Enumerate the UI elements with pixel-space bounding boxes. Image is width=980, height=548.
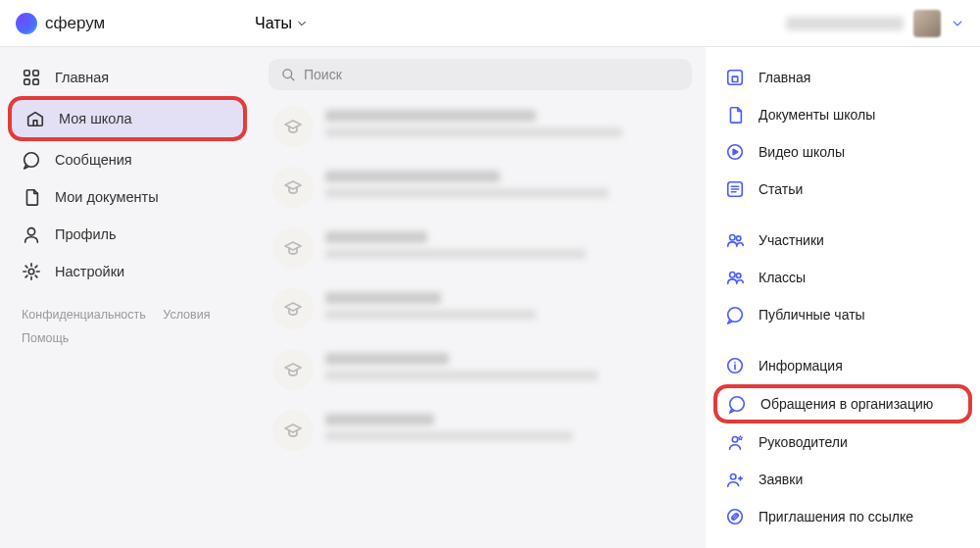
- context-item-label: Обращения в организацию: [760, 396, 933, 412]
- search-placeholder: Поиск: [304, 67, 342, 82]
- info-icon: [725, 356, 745, 375]
- context-item-label: Видео школы: [759, 144, 845, 160]
- brand[interactable]: сферум: [16, 13, 255, 34]
- help-link[interactable]: Помощь: [22, 331, 69, 345]
- context-item-classes[interactable]: Классы: [713, 259, 972, 296]
- context-item-articles[interactable]: Статьи: [713, 171, 972, 208]
- chat-row[interactable]: [269, 157, 692, 218]
- chat-row[interactable]: [269, 339, 692, 400]
- context-item-invite-link[interactable]: Приглашения по ссылке: [713, 498, 972, 535]
- home-icon: [725, 68, 745, 87]
- user-name: [786, 17, 904, 30]
- brand-name: сферум: [45, 14, 105, 33]
- context-item-org-requests[interactable]: Обращения в организацию: [713, 384, 972, 423]
- sidebar-item-messages[interactable]: Сообщения: [8, 141, 247, 178]
- context-item-home[interactable]: Главная: [713, 59, 972, 96]
- context-item-label: Руководители: [759, 434, 848, 450]
- search-icon: [280, 67, 296, 82]
- sidebar-item-label: Профиль: [55, 226, 117, 242]
- context-item-label: Приглашения по ссылке: [759, 509, 913, 524]
- chat-row[interactable]: [269, 96, 692, 157]
- chat-icon: [727, 394, 747, 414]
- terms-link[interactable]: Условия: [163, 308, 210, 322]
- context-item-label: Документы школы: [759, 107, 875, 123]
- chat-row[interactable]: [269, 400, 692, 461]
- doc-icon: [725, 105, 745, 125]
- context-item-label: Публичные чаты: [759, 307, 865, 323]
- grid-icon: [22, 68, 41, 87]
- people-icon: [725, 230, 745, 250]
- sidebar-item-label: Главная: [55, 70, 109, 85]
- context-item-label: Классы: [759, 270, 806, 285]
- star-user-icon: [725, 432, 745, 452]
- main-sidebar: Главная Моя школа Сообщения Мои документ…: [0, 47, 255, 548]
- chevron-down-icon: [296, 18, 308, 29]
- user-plus-icon: [725, 470, 745, 489]
- gear-icon: [22, 262, 41, 281]
- chevron-down-icon[interactable]: [951, 17, 964, 30]
- privacy-link[interactable]: Конфиденциальность: [22, 308, 146, 322]
- context-item-school-docs[interactable]: Документы школы: [713, 96, 972, 133]
- chat-avatar-icon: [272, 410, 314, 451]
- context-item-members[interactable]: Участники: [713, 222, 972, 259]
- context-item-public-chats[interactable]: Публичные чаты: [713, 296, 972, 333]
- section-dropdown[interactable]: Чаты: [255, 15, 308, 32]
- chat-avatar-icon: [272, 288, 314, 329]
- list-icon: [725, 179, 745, 199]
- sidebar-item-label: Сообщения: [55, 152, 132, 168]
- sidebar-item-label: Мои документы: [55, 189, 159, 205]
- section-label: Чаты: [255, 15, 292, 32]
- doc-icon: [22, 187, 41, 207]
- chat-icon: [22, 150, 41, 170]
- people-icon: [725, 268, 745, 287]
- context-item-label: Участники: [759, 232, 824, 248]
- chat-avatar-icon: [272, 349, 314, 390]
- sidebar-item-label: Настройки: [55, 264, 124, 279]
- chat-icon: [725, 305, 745, 324]
- sidebar-item-my-school[interactable]: Моя школа: [8, 96, 247, 141]
- chat-column: Поиск: [255, 47, 706, 548]
- chat-avatar-icon: [272, 106, 314, 147]
- context-item-label: Статьи: [759, 181, 803, 197]
- context-item-leaders[interactable]: Руководители: [713, 423, 972, 461]
- school-icon: [25, 109, 45, 128]
- user-icon: [22, 224, 41, 244]
- chat-avatar-icon: [272, 167, 314, 208]
- context-item-school-video[interactable]: Видео школы: [713, 133, 972, 171]
- context-item-applications[interactable]: Заявки: [713, 461, 972, 498]
- sidebar-item-documents[interactable]: Мои документы: [8, 178, 247, 216]
- search-input[interactable]: Поиск: [269, 59, 692, 90]
- chat-row[interactable]: [269, 218, 692, 278]
- context-item-label: Информация: [759, 358, 843, 374]
- context-item-label: Заявки: [759, 472, 803, 487]
- play-icon: [725, 142, 745, 162]
- context-item-info[interactable]: Информация: [713, 347, 972, 384]
- app-header: сферум Чаты: [0, 0, 980, 47]
- logo-icon: [16, 13, 37, 34]
- context-item-label: Главная: [759, 70, 810, 85]
- context-sidebar: Главная Документы школы Видео школы Стат…: [706, 47, 980, 548]
- chat-avatar-icon: [272, 227, 314, 269]
- sidebar-item-label: Моя школа: [59, 111, 132, 126]
- link-icon: [725, 507, 745, 526]
- chat-list: [269, 96, 692, 461]
- sidebar-footer: Конфиденциальность Условия Помощь: [8, 290, 247, 351]
- sidebar-item-home[interactable]: Главная: [8, 59, 247, 96]
- sidebar-item-profile[interactable]: Профиль: [8, 216, 247, 253]
- avatar[interactable]: [913, 10, 941, 37]
- sidebar-item-settings[interactable]: Настройки: [8, 253, 247, 290]
- chat-row[interactable]: [269, 278, 692, 339]
